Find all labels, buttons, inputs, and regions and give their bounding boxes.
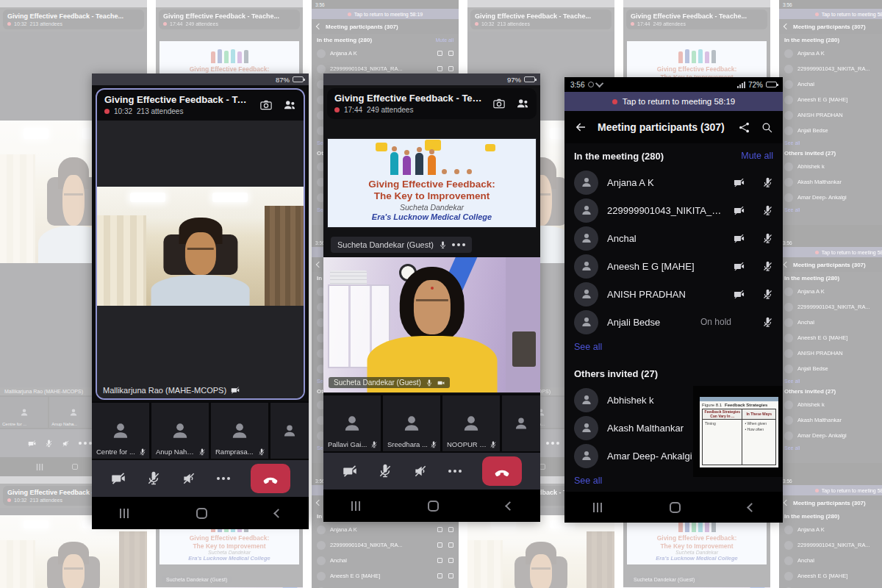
participant-tile-partial[interactable] bbox=[270, 403, 309, 459]
person-icon bbox=[230, 421, 249, 440]
pip-table: Feedback Strategies Can Vary In ... In T… bbox=[702, 409, 776, 465]
mic-off-icon bbox=[258, 448, 265, 456]
meeting-title-bar: Giving Effective Feedback - Teache... 17… bbox=[327, 88, 537, 119]
android-nav-bar bbox=[323, 490, 540, 522]
pinned-speaker-pill[interactable]: Sucheta Dandekar (Guest) bbox=[331, 237, 472, 253]
shared-slide[interactable]: Giving Effective Feedback: The Key to Im… bbox=[327, 138, 537, 228]
signal-icon bbox=[737, 82, 745, 88]
speaker-video[interactable]: Sucheta Dandekar (Guest) bbox=[323, 257, 540, 392]
share-icon[interactable] bbox=[738, 121, 750, 134]
avatar bbox=[574, 198, 598, 223]
camera-flip-icon[interactable] bbox=[492, 97, 506, 110]
hang-up-button[interactable] bbox=[251, 464, 290, 493]
mic-off-icon[interactable] bbox=[762, 317, 773, 328]
recent-apps-button[interactable] bbox=[351, 501, 360, 511]
participant-tile[interactable]: NOOPUR K... bbox=[442, 395, 500, 451]
avatar bbox=[574, 444, 598, 468]
android-nav-bar bbox=[92, 497, 309, 529]
mic-off-icon bbox=[490, 441, 497, 448]
camera-off-button[interactable] bbox=[111, 471, 126, 486]
participant-row[interactable]: 229999901043_NIKITA_RA... bbox=[574, 196, 773, 224]
participant-tile[interactable]: Ramprasa... bbox=[211, 403, 268, 459]
camera-off-icon[interactable] bbox=[734, 261, 745, 272]
participant-row[interactable]: Anjali Bedse On hold bbox=[574, 308, 773, 336]
participant-tile[interactable]: Anup Naha... bbox=[151, 403, 209, 459]
recent-apps-button[interactable] bbox=[120, 509, 129, 518]
camera-off-icon[interactable] bbox=[734, 205, 745, 216]
hang-up-button[interactable] bbox=[482, 456, 522, 486]
recording-icon bbox=[334, 107, 340, 112]
clock: 3:56 bbox=[570, 81, 584, 89]
bg-column-participants: 3:56 Tap to return to meeting 58:19 Meet… bbox=[779, 0, 882, 588]
see-all-link[interactable]: See all bbox=[574, 336, 773, 358]
camera-flip-icon[interactable] bbox=[259, 98, 273, 112]
participant-tile[interactable]: Sreedhara ... bbox=[383, 395, 440, 451]
participant-row[interactable]: Aneesh E G [MAHE] bbox=[574, 252, 773, 280]
speaker-off-button[interactable] bbox=[182, 471, 196, 486]
participant-row[interactable]: Anjana A K bbox=[574, 168, 773, 196]
person-icon bbox=[402, 414, 421, 433]
mute-all-link[interactable]: Mute all bbox=[741, 151, 773, 161]
more-options-icon[interactable] bbox=[452, 243, 465, 246]
status-bar: 87% bbox=[92, 74, 309, 85]
slide-title-line1: Giving Effective Feedback: bbox=[368, 179, 495, 190]
status-bar: 97% bbox=[323, 74, 540, 85]
battery-percent: 72% bbox=[748, 81, 763, 89]
camera-off-icon[interactable] bbox=[734, 289, 745, 300]
call-controls bbox=[92, 460, 309, 497]
participant-row[interactable]: Anchal bbox=[574, 224, 773, 252]
participant-name: Anjana A K bbox=[607, 177, 725, 188]
home-button[interactable] bbox=[428, 501, 439, 512]
home-button[interactable] bbox=[196, 508, 207, 519]
participant-tile[interactable]: Pallavi Gai... bbox=[323, 395, 381, 451]
mic-off-icon[interactable] bbox=[762, 289, 773, 300]
participant-tile-partial[interactable] bbox=[502, 395, 540, 451]
participant-strip: Pallavi Gai... Sreedhara ... NOOPUR K... bbox=[323, 394, 540, 453]
speaker-photo bbox=[97, 187, 304, 306]
mic-off-button[interactable] bbox=[378, 464, 392, 478]
return-to-meeting-banner[interactable]: Tap to return to meeting 58:19 bbox=[564, 92, 783, 111]
mic-off-icon[interactable] bbox=[762, 177, 773, 188]
participant-name: Anchal bbox=[607, 233, 725, 244]
camera-off-icon bbox=[231, 386, 240, 395]
person-icon bbox=[171, 421, 190, 440]
recording-icon bbox=[612, 99, 617, 104]
status-bar: 3:56 72% bbox=[564, 77, 783, 92]
back-button[interactable] bbox=[505, 501, 514, 511]
battery-percent: 87% bbox=[276, 76, 290, 84]
participants-icon[interactable] bbox=[516, 97, 529, 110]
pinned-speaker-frame: Giving Effective Feedback - Teache... 10… bbox=[96, 88, 305, 400]
back-button[interactable] bbox=[273, 509, 283, 518]
participant-tile[interactable]: Centre for ... bbox=[92, 403, 149, 459]
camera-off-button[interactable] bbox=[343, 464, 357, 478]
participants-icon[interactable] bbox=[283, 98, 296, 112]
section-others-invited: Others invited (27) bbox=[574, 368, 658, 379]
person-icon bbox=[111, 421, 130, 440]
bg-participants-tile: 3:56 Tap to return to meeting 58:19 Meet… bbox=[779, 0, 882, 238]
camera-off-icon[interactable] bbox=[734, 233, 745, 244]
more-options-button[interactable] bbox=[217, 477, 230, 480]
mic-off-icon[interactable] bbox=[762, 205, 773, 216]
recent-apps-button[interactable] bbox=[593, 503, 602, 512]
mic-off-icon[interactable] bbox=[762, 233, 773, 244]
speaker-off-button[interactable] bbox=[413, 464, 428, 478]
avatar bbox=[574, 254, 598, 279]
participant-row[interactable]: ANISH PRADHAN bbox=[574, 280, 773, 308]
more-options-button[interactable] bbox=[448, 470, 462, 473]
back-button[interactable] bbox=[747, 503, 756, 512]
slide-institution: Era's Lucknow Medical College bbox=[372, 212, 492, 221]
mic-off-icon[interactable] bbox=[762, 261, 773, 272]
search-icon[interactable] bbox=[761, 121, 773, 134]
home-button[interactable] bbox=[670, 502, 681, 513]
participant-strip: Centre for ... Anup Naha... Ramprasa... bbox=[92, 401, 309, 460]
mic-off-button[interactable] bbox=[146, 471, 161, 486]
camera-icon bbox=[437, 379, 445, 387]
camera-off-icon[interactable] bbox=[734, 177, 745, 188]
back-icon[interactable] bbox=[574, 121, 587, 134]
bg-meeting-title: Giving Effective Feedback - Teache... bbox=[475, 12, 607, 20]
avatar bbox=[574, 388, 598, 412]
battery-percent: 97% bbox=[507, 76, 521, 84]
meeting-title-bar: Giving Effective Feedback - Teache... 10… bbox=[97, 90, 304, 121]
meeting-pip-thumbnail[interactable]: Figure 8.1 Feedback Strategies Feedback … bbox=[693, 386, 783, 477]
speaker-video[interactable]: Mallikarjuna Rao (MAHE-MCOPS) bbox=[97, 121, 304, 398]
